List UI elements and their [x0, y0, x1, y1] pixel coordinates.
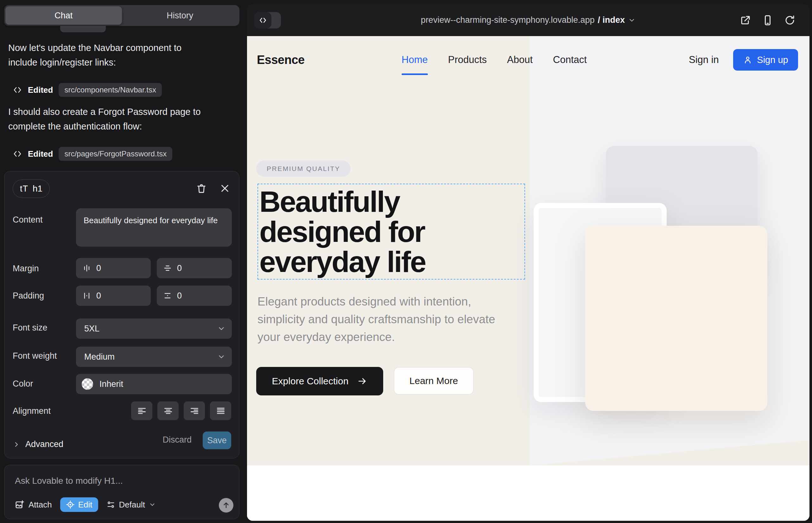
align-justify-icon [216, 406, 226, 416]
learn-more-button[interactable]: Learn More [394, 367, 474, 395]
margin-x-input[interactable]: 0 [76, 258, 151, 278]
padding-x-input[interactable]: 0 [76, 286, 151, 306]
active-underline [402, 73, 428, 75]
code-icon [13, 149, 22, 159]
margin-vertical-icon [163, 264, 172, 273]
delete-element-button[interactable] [194, 181, 209, 196]
font-size-label: Font size [13, 323, 48, 333]
hero-cta-row: Explore Collection Learn More [256, 367, 474, 395]
explore-collection-button[interactable]: Explore Collection [256, 367, 383, 395]
chevron-right-icon [13, 441, 20, 448]
advanced-toggle[interactable]: Advanced [13, 439, 63, 449]
padding-y-input[interactable]: 0 [157, 286, 232, 306]
padding-horizontal-icon [82, 291, 91, 300]
padding-vertical-icon [163, 291, 172, 300]
margin-y-input[interactable]: 0 [157, 258, 232, 278]
margin-x-value: 0 [96, 264, 101, 273]
chevron-down-icon [217, 353, 226, 361]
color-picker-field[interactable]: Inherit [76, 374, 232, 394]
chat-composer: Ask Lovable to modify H1... Attach Edit … [4, 465, 240, 519]
nav-link-products[interactable]: Products [448, 36, 487, 84]
headline-line: everyday life [259, 247, 525, 277]
margin-y-value: 0 [177, 264, 182, 273]
edit-mode-button[interactable]: Edit [60, 497, 98, 512]
file-badge[interactable]: src/pages/ForgotPassword.tsx [58, 147, 172, 161]
chevron-down-icon [628, 16, 636, 24]
sign-in-link[interactable]: Sign in [689, 36, 719, 84]
browser-chrome: preview--charming-site-symphony.lovable.… [247, 4, 810, 36]
font-weight-value: Medium [84, 352, 114, 362]
site-nav: Home Products About Contact [402, 36, 587, 84]
url-bar[interactable]: preview--charming-site-symphony.lovable.… [247, 4, 810, 36]
margin-horizontal-icon [82, 264, 91, 273]
open-external-button[interactable] [740, 15, 751, 26]
sign-up-label: Sign up [757, 55, 788, 65]
discard-button[interactable]: Discard [162, 435, 192, 445]
font-weight-select[interactable]: Medium [76, 347, 232, 367]
tab-history[interactable]: History [122, 6, 239, 25]
attach-label: Attach [29, 500, 52, 510]
padding-x-value: 0 [96, 291, 101, 301]
image-plus-icon [15, 500, 24, 509]
font-size-select[interactable]: 5XL [76, 319, 232, 339]
chat-history-tabs: Chat History [4, 5, 240, 26]
hero-headline: Beautifully designed for everyday life [258, 184, 525, 277]
content-textarea[interactable]: Beautifully designed for everyday life [76, 208, 232, 247]
text-type-icon: tT [20, 184, 28, 194]
tab-chat[interactable]: Chat [5, 6, 122, 25]
align-center-icon [163, 406, 173, 416]
hero-badge: PREMIUM QUALITY [256, 161, 351, 177]
align-left-icon [137, 406, 147, 416]
align-justify-button[interactable] [210, 401, 231, 420]
selected-element-chip[interactable]: tT h1 [13, 180, 50, 198]
composer-input[interactable]: Ask Lovable to modify H1... [15, 476, 123, 486]
alignment-buttons [131, 401, 231, 420]
user-icon [743, 55, 753, 65]
preview-browser: preview--charming-site-symphony.lovable.… [247, 4, 810, 521]
model-selector[interactable]: Default [106, 500, 156, 510]
headline-line: Beautifully [259, 187, 525, 217]
close-editor-button[interactable] [217, 181, 232, 196]
code-icon [13, 85, 22, 95]
arrow-up-icon [222, 501, 230, 509]
nav-link-about[interactable]: About [507, 36, 533, 84]
nav-label: Contact [553, 54, 587, 66]
trash-icon [196, 183, 207, 194]
font-size-value: 5XL [84, 324, 100, 334]
padding-y-value: 0 [177, 291, 182, 301]
url-page: / index [598, 15, 625, 25]
align-center-button[interactable] [157, 401, 179, 420]
attach-button[interactable]: Attach [15, 500, 52, 510]
site-canvas: Essence Home Products About Contact Sign… [247, 36, 810, 521]
sign-up-button[interactable]: Sign up [733, 49, 798, 71]
composer-toolbar: Attach Edit Default [15, 497, 156, 512]
element-editor-panel: tT h1 Content Beautifully designed for e… [4, 171, 240, 458]
padding-label: Padding [13, 291, 44, 301]
nav-link-home[interactable]: Home [402, 36, 428, 84]
file-badge[interactable]: src/components/Navbar.tsx [58, 83, 161, 97]
chevron-down-icon [217, 325, 226, 333]
send-button[interactable] [219, 498, 233, 512]
arrow-right-icon [357, 376, 367, 386]
nav-link-contact[interactable]: Contact [553, 36, 587, 84]
align-right-button[interactable] [184, 401, 205, 420]
mobile-view-button[interactable] [762, 15, 773, 26]
align-left-button[interactable] [131, 401, 152, 420]
selected-h1-outline[interactable]: Beautifully designed for everyday life [258, 184, 525, 279]
cta-primary-label: Explore Collection [272, 376, 349, 386]
edited-file-row[interactable]: Edited src/pages/ForgotPassword.tsx [13, 147, 172, 161]
scrolled-file-badge [60, 26, 106, 32]
hero-description: Elegant products designed with intention… [258, 293, 520, 346]
headline-line: designed for [259, 217, 525, 247]
edited-file-row[interactable]: Edited src/components/Navbar.tsx [13, 83, 162, 97]
assistant-message: Now let's update the Navbar component to… [8, 40, 212, 70]
sliders-icon [106, 500, 115, 509]
align-right-icon [189, 406, 199, 416]
margin-label: Margin [13, 264, 39, 273]
nav-label: About [507, 54, 533, 66]
site-logo[interactable]: Essence [257, 36, 305, 84]
nav-label: Products [448, 54, 487, 66]
save-button[interactable]: Save [203, 432, 231, 449]
refresh-button[interactable] [784, 15, 796, 26]
close-icon [220, 183, 230, 194]
